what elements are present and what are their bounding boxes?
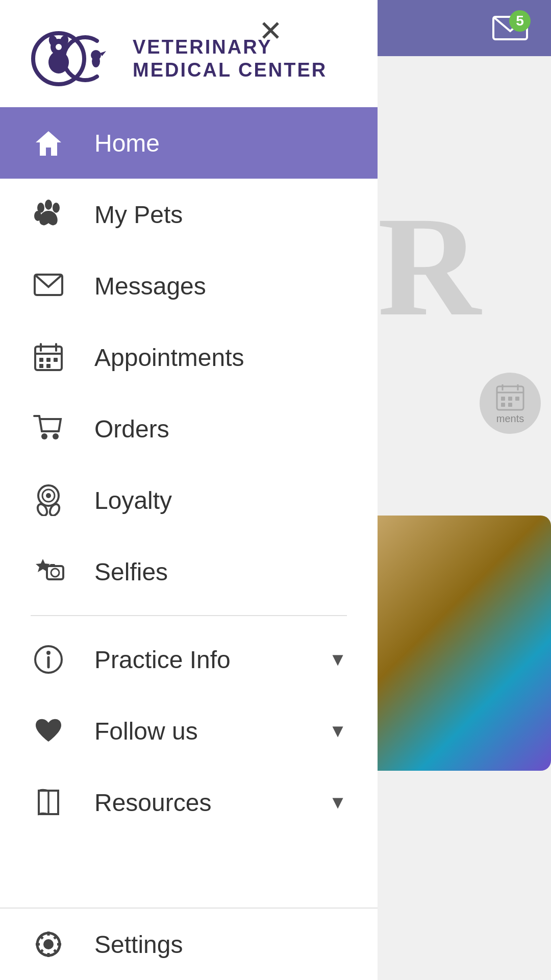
- nav-item-messages[interactable]: Messages: [0, 250, 378, 322]
- drawer: ✕: [0, 0, 378, 980]
- svg-point-22: [53, 203, 60, 213]
- animal-photo: [378, 516, 551, 771]
- nav-item-selfies[interactable]: Selfies: [0, 536, 378, 607]
- settings-area: Settings: [0, 908, 378, 980]
- paw-icon: [31, 197, 66, 232]
- svg-point-35: [41, 433, 47, 439]
- svg-point-36: [53, 433, 59, 439]
- svg-point-40: [48, 503, 61, 516]
- svg-rect-5: [501, 397, 505, 401]
- book-icon: [31, 785, 66, 820]
- cart-icon: [31, 411, 66, 447]
- calendar-icon-behind: [495, 382, 525, 413]
- svg-point-21: [45, 200, 52, 210]
- appointment-text-behind: ments: [496, 413, 524, 425]
- nav-item-follow-us[interactable]: Follow us ▼: [0, 695, 378, 767]
- svg-rect-45: [50, 564, 55, 567]
- close-button[interactable]: ✕: [15, 14, 525, 47]
- content-behind: R ments: [378, 56, 551, 980]
- nav-item-home[interactable]: Home: [0, 107, 378, 179]
- nav-item-resources[interactable]: Resources ▼: [0, 767, 378, 838]
- svg-rect-31: [54, 358, 58, 362]
- svg-rect-30: [46, 358, 51, 362]
- heart-icon: [31, 713, 66, 749]
- svg-point-50: [43, 939, 54, 949]
- nav-menu: Home My Pets: [0, 107, 378, 908]
- svg-point-44: [51, 569, 59, 577]
- decorative-letter: R: [378, 184, 481, 349]
- nav-item-loyalty[interactable]: Loyalty: [0, 464, 378, 536]
- svg-rect-9: [508, 403, 512, 407]
- svg-rect-32: [39, 364, 43, 368]
- calendar-icon: [31, 339, 66, 375]
- svg-point-18: [92, 55, 100, 67]
- svg-marker-19: [36, 131, 61, 156]
- home-icon: [31, 125, 66, 161]
- nav-item-settings[interactable]: Settings: [0, 909, 378, 980]
- nav-item-orders[interactable]: Orders: [0, 393, 378, 464]
- follow-us-chevron: ▼: [329, 720, 347, 742]
- nav-divider: [31, 615, 347, 616]
- selfies-icon: [31, 554, 66, 590]
- appointment-button-behind: ments: [480, 373, 541, 434]
- info-icon: [31, 642, 66, 677]
- nav-item-my-pets[interactable]: My Pets: [0, 179, 378, 250]
- gear-icon: [31, 926, 66, 962]
- nav-item-appointments[interactable]: Appointments: [0, 322, 378, 393]
- practice-info-chevron: ▼: [329, 649, 347, 670]
- resources-chevron: ▼: [329, 792, 347, 813]
- loyalty-icon: [31, 482, 66, 518]
- svg-rect-6: [508, 397, 512, 401]
- svg-rect-33: [46, 364, 51, 368]
- nav-item-practice-info[interactable]: Practice Info ▼: [0, 624, 378, 695]
- svg-rect-8: [501, 403, 505, 407]
- svg-point-41: [46, 493, 51, 498]
- svg-rect-7: [515, 397, 519, 401]
- svg-point-48: [46, 651, 51, 655]
- svg-rect-29: [39, 358, 43, 362]
- svg-point-39: [36, 503, 49, 516]
- messages-icon: [31, 268, 66, 304]
